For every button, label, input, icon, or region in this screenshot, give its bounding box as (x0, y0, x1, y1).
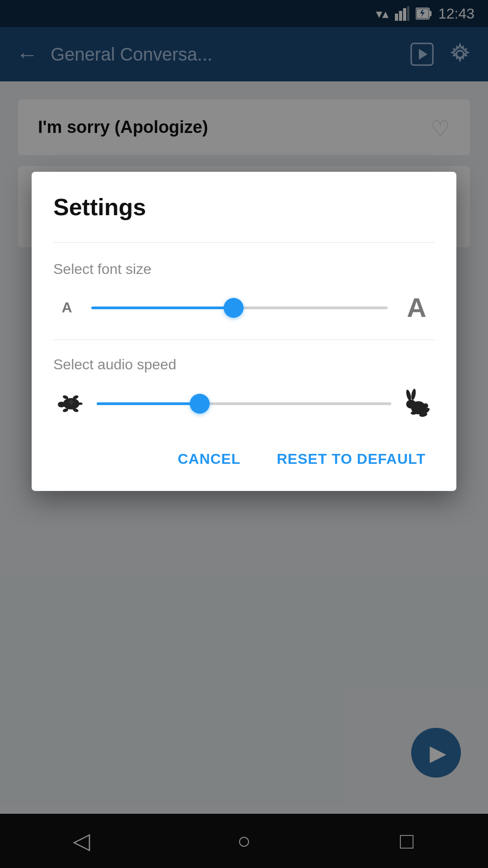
font-large-label: A (399, 292, 435, 323)
cancel-button[interactable]: CANCEL (169, 443, 249, 475)
svg-point-20 (406, 400, 416, 409)
font-size-slider[interactable] (91, 297, 388, 319)
font-size-slider-row: A A (53, 292, 435, 323)
svg-point-26 (423, 403, 428, 408)
audio-speed-label: Select audio speed (53, 356, 435, 373)
audio-speed-track (97, 402, 391, 405)
font-size-filled (91, 307, 234, 309)
reset-to-default-button[interactable]: RESET TO DEFAULT (268, 443, 435, 475)
svg-point-22 (411, 388, 417, 400)
dialog-buttons: CANCEL RESET TO DEFAULT (53, 438, 435, 475)
audio-speed-thumb[interactable] (190, 394, 210, 414)
font-size-label: Select font size (53, 261, 435, 278)
rabbit-icon (402, 387, 435, 420)
audio-speed-slider-row (53, 387, 435, 420)
settings-dialog: Settings Select font size A A Select aud… (32, 172, 456, 491)
turtle-icon (53, 387, 86, 420)
audio-speed-filled (97, 402, 200, 405)
font-size-thumb[interactable] (224, 298, 244, 318)
font-size-track (91, 307, 388, 309)
svg-point-25 (411, 411, 417, 415)
audio-speed-slider[interactable] (97, 392, 391, 415)
svg-point-17 (78, 402, 83, 405)
dialog-divider-middle (53, 340, 435, 340)
dialog-title: Settings (53, 193, 435, 221)
font-small-label: A (53, 299, 80, 316)
dialog-divider-top (53, 242, 435, 243)
svg-point-12 (58, 402, 65, 408)
svg-point-21 (405, 389, 412, 401)
